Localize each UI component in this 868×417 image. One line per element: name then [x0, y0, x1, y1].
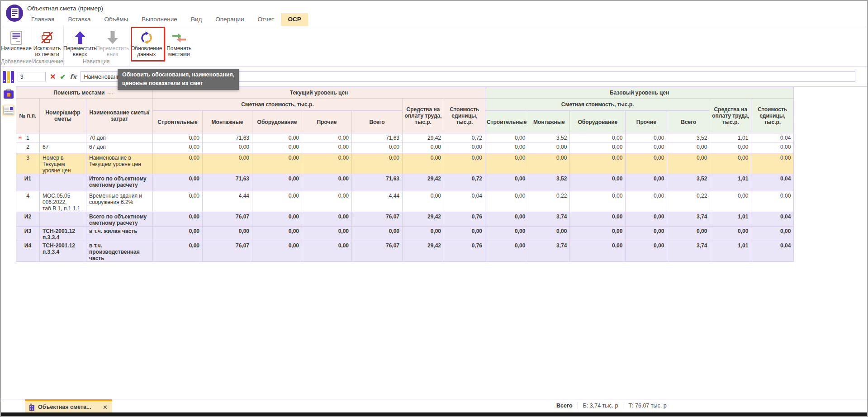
value-cell-9[interactable]: 0,00 — [570, 191, 626, 212]
value-cell-3[interactable]: 0,00 — [302, 153, 352, 174]
value-cell-0[interactable]: 0,00 — [153, 153, 203, 174]
value-cell-2[interactable]: 0,00 — [252, 174, 302, 191]
value-cell-13[interactable]: 0,04 — [751, 133, 794, 142]
value-cell-8[interactable]: 0,00 — [528, 153, 570, 174]
binders-icon[interactable] — [3, 71, 14, 85]
value-cell-1[interactable]: 0,00 — [203, 142, 252, 153]
value-cell-13[interactable]: 0,00 — [751, 142, 794, 153]
value-cell-11[interactable]: 0,00 — [667, 153, 710, 174]
estimate-code-cell[interactable]: ТСН-2001.12 п.3.3.4 — [40, 241, 86, 262]
row-number-cell[interactable]: И3 — [16, 227, 40, 241]
value-cell-8[interactable]: 0,00 — [528, 227, 570, 241]
estimate-code-cell[interactable] — [40, 212, 86, 227]
value-cell-4[interactable]: 76,07 — [352, 241, 403, 262]
value-cell-1[interactable]: 4,44 — [203, 191, 252, 212]
value-cell-1[interactable]: 71,63 — [203, 133, 252, 142]
value-cell-10[interactable]: 0,00 — [626, 212, 667, 227]
value-cell-6[interactable]: 0,00 — [444, 142, 485, 153]
value-cell-9[interactable]: 0,00 — [570, 227, 626, 241]
value-cell-4[interactable]: 0,00 — [352, 227, 403, 241]
value-cell-8[interactable]: 3,74 — [528, 241, 570, 262]
value-cell-13[interactable]: 0,04 — [751, 174, 794, 191]
estimate-name-cell[interactable]: в т.ч. жилая часть — [86, 227, 153, 241]
tab-operacii[interactable]: Операции — [209, 13, 251, 26]
value-cell-1[interactable]: 76,07 — [203, 241, 252, 262]
value-cell-8[interactable]: 3,52 — [528, 133, 570, 142]
value-cell-8[interactable]: 0,00 — [528, 142, 570, 153]
estimate-code-cell[interactable]: МОС.05.05-006.2022, таб.В.1, п.1.1.1 — [40, 191, 86, 212]
value-cell-11[interactable]: 0,00 — [667, 142, 710, 153]
value-cell-4[interactable]: 0,00 — [352, 142, 403, 153]
value-cell-5[interactable]: 29,42 — [403, 133, 444, 142]
value-cell-7[interactable]: 0,00 — [485, 133, 528, 142]
value-cell-5[interactable]: 0,00 — [403, 191, 444, 212]
value-cell-3[interactable]: 0,00 — [302, 227, 352, 241]
row-number-input[interactable] — [18, 72, 46, 81]
value-cell-9[interactable]: 0,00 — [570, 133, 626, 142]
value-cell-8[interactable]: 3,74 — [528, 212, 570, 227]
row-number-cell[interactable]: 4 — [16, 191, 40, 212]
accrual-button[interactable]: Начисление — [1, 28, 32, 58]
value-cell-12[interactable]: 1,01 — [710, 174, 751, 191]
tab-vstavka[interactable]: Вставка — [61, 13, 97, 26]
value-cell-2[interactable]: 0,00 — [252, 191, 302, 212]
value-cell-13[interactable]: 0,00 — [751, 153, 794, 174]
value-cell-0[interactable]: 0,00 — [153, 191, 203, 212]
document-tab[interactable]: Объектная смета... ✕ — [25, 399, 112, 413]
value-cell-11[interactable]: 0,00 — [667, 227, 710, 241]
value-cell-6[interactable]: 0,72 — [444, 133, 485, 142]
value-cell-1[interactable]: 76,07 — [203, 212, 252, 227]
value-cell-2[interactable]: 0,00 — [252, 212, 302, 227]
value-cell-8[interactable]: 3,52 — [528, 174, 570, 191]
estimate-name-cell[interactable]: в т.ч. производственная часть — [86, 241, 153, 262]
value-cell-11[interactable]: 3,74 — [667, 241, 710, 262]
value-cell-6[interactable]: 0,00 — [444, 153, 485, 174]
value-cell-3[interactable]: 0,00 — [302, 191, 352, 212]
value-cell-2[interactable]: 0,00 — [252, 153, 302, 174]
value-cell-0[interactable]: 0,00 — [153, 174, 203, 191]
value-cell-4[interactable]: 76,07 — [352, 212, 403, 227]
value-cell-3[interactable]: 0,00 — [302, 241, 352, 262]
value-cell-2[interactable]: 0,00 — [252, 133, 302, 142]
estimate-name-cell[interactable]: Всего по объектному сметному расчету — [86, 212, 153, 227]
value-cell-7[interactable]: 0,00 — [485, 191, 528, 212]
value-cell-13[interactable]: 0,00 — [751, 191, 794, 212]
value-cell-10[interactable]: 0,00 — [626, 142, 667, 153]
value-cell-5[interactable]: 0,00 — [403, 142, 444, 153]
estimate-name-cell[interactable]: Итого по объектному сметному расчету — [86, 174, 153, 191]
value-cell-0[interactable]: 0,00 — [153, 142, 203, 153]
estimate-code-cell[interactable]: Номер в Текущем уровне цен — [40, 153, 86, 174]
fx-icon[interactable]: fx — [70, 73, 76, 81]
value-cell-6[interactable]: 0,00 — [444, 227, 485, 241]
value-cell-11[interactable]: 3,74 — [667, 212, 710, 227]
tab-glavnaya[interactable]: Главная — [24, 13, 61, 26]
estimate-name-cell[interactable]: Временные здания и сооружения 6.2% — [86, 191, 153, 212]
value-cell-9[interactable]: 0,00 — [570, 174, 626, 191]
move-down-button[interactable]: Переместить вниз — [96, 28, 129, 58]
value-cell-12[interactable]: 0,00 — [710, 227, 751, 241]
tab-osr[interactable]: ОСР — [281, 13, 308, 26]
value-cell-5[interactable]: 29,42 — [403, 212, 444, 227]
tab-obyomy[interactable]: Объёмы — [98, 13, 135, 26]
value-cell-9[interactable]: 0,00 — [570, 212, 626, 227]
estimate-name-cell[interactable]: 67 доп — [86, 142, 153, 153]
tab-vid[interactable]: Вид — [184, 13, 209, 26]
row-number-cell[interactable]: 3 — [16, 153, 40, 174]
value-cell-3[interactable]: 0,00 — [302, 174, 352, 191]
estimate-code-cell[interactable]: ТСН-2001.12 п.3.3.4 — [40, 227, 86, 241]
value-cell-13[interactable]: 0,04 — [751, 212, 794, 227]
row-number-cell[interactable]: И4 — [16, 241, 40, 262]
value-cell-12[interactable]: 0,00 — [710, 153, 751, 174]
exclude-from-print-button[interactable]: Исключить из печати — [32, 28, 62, 58]
confirm-icon[interactable]: ✔ — [60, 73, 66, 81]
value-cell-1[interactable]: 71,63 — [203, 174, 252, 191]
row-number-cell[interactable]: ✳1 — [16, 133, 40, 142]
refresh-data-button[interactable]: Обновление данных — [129, 28, 164, 58]
value-cell-4[interactable]: 4,44 — [352, 191, 403, 212]
value-cell-6[interactable]: 0,76 — [444, 212, 485, 227]
value-cell-3[interactable]: 0,00 — [302, 212, 352, 227]
value-cell-1[interactable]: 0,00 — [203, 153, 252, 174]
value-cell-6[interactable]: 0,04 — [444, 191, 485, 212]
value-cell-7[interactable]: 0,00 — [485, 174, 528, 191]
value-cell-2[interactable]: 0,00 — [252, 142, 302, 153]
